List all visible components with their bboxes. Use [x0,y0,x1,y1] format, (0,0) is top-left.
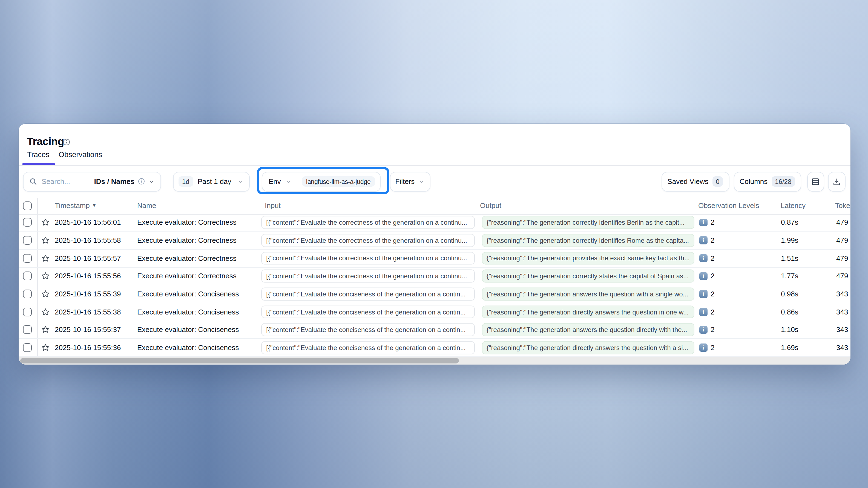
info-badge-icon: i [699,219,707,226]
row-timestamp: 2025-10-16 15:55:37 [55,326,121,334]
row-latency: 0.87s [781,219,799,227]
table-row[interactable]: 2025-10-16 15:56:01 Execute evaluator: C… [18,214,850,232]
horizontal-scrollbar-track[interactable] [18,357,850,364]
env-filter-button[interactable]: Env langfuse-llm-as-a-judge [261,172,380,191]
table-row[interactable]: 2025-10-16 15:55:39 Execute evaluator: C… [18,286,850,303]
desktop-background: Tracing Traces Observations Search... ID… [0,0,868,488]
row-input-preview[interactable]: [{"content":"Evaluate the correctness of… [261,252,475,265]
column-header-observation-levels[interactable]: Observation Levels [698,201,759,209]
row-latency: 1.77s [781,272,799,280]
info-badge-icon: i [699,344,707,352]
column-header-timestamp[interactable]: Timestamp ▼ [55,201,96,209]
search-scope-label: IDs / Names [94,177,134,186]
row-checkbox[interactable] [23,218,31,227]
column-header-output[interactable]: Output [480,201,501,209]
row-input-preview[interactable]: [{"content":"Evaluate the correctness of… [261,216,475,229]
env-filter-label: Env [269,177,281,186]
row-tokens: 343 → [836,344,850,352]
table-row[interactable]: 2025-10-16 15:55:58 Execute evaluator: C… [18,232,850,249]
active-tab-indicator [23,163,55,165]
saved-views-count: 0 [712,176,723,187]
row-checkbox[interactable] [23,307,31,316]
star-icon[interactable] [41,290,50,298]
tabs-divider [18,165,850,166]
title-info-icon[interactable] [63,138,70,145]
info-badge-icon: i [699,308,707,316]
row-name: Execute evaluator: Correctness [137,272,237,280]
info-icon [138,178,145,185]
row-input-preview[interactable]: [{"content":"Evaluate the correctness of… [261,269,475,283]
star-icon[interactable] [41,325,50,334]
row-output-preview[interactable]: {"reasoning":"The generation correctly i… [482,234,694,247]
env-filter-value[interactable]: langfuse-llm-as-a-judge [302,176,375,187]
row-tokens: 343 → [836,308,850,316]
row-output-preview[interactable]: {"reasoning":"The generation provides th… [482,252,694,265]
star-icon[interactable] [41,343,50,352]
chevron-down-icon [148,178,155,185]
chevron-down-icon [418,178,425,185]
row-output-preview[interactable]: {"reasoning":"The generation answers the… [482,288,694,300]
row-output-preview[interactable]: {"reasoning":"The generation directly an… [482,341,694,354]
column-header-latency[interactable]: Latency [781,201,806,209]
time-range-button[interactable]: 1d Past 1 day [173,172,249,191]
table-row[interactable]: 2025-10-16 15:55:56 Execute evaluator: C… [18,267,850,285]
search-placeholder: Search... [42,177,70,186]
search-scope-selector[interactable]: IDs / Names [94,177,155,186]
star-icon[interactable] [41,236,50,245]
table-row[interactable]: 2025-10-16 15:55:57 Execute evaluator: C… [18,250,850,267]
saved-views-button[interactable]: Saved Views 0 [661,172,729,191]
row-tokens: 479 → [836,236,850,245]
column-header-tokens[interactable]: Tokens [835,201,850,209]
columns-button[interactable]: Columns 16/28 [734,172,801,191]
info-badge-icon: i [699,236,707,245]
filters-button[interactable]: Filters [390,172,430,191]
row-checkbox[interactable] [23,254,31,262]
star-icon[interactable] [41,218,50,227]
column-header-timestamp-label: Timestamp [55,201,90,209]
row-observation-levels: i 2 [699,254,714,262]
row-checkbox[interactable] [23,236,31,245]
table-row[interactable]: 2025-10-16 15:55:38 Execute evaluator: C… [18,303,850,321]
info-badge-icon: i [699,290,707,298]
row-output-preview[interactable]: {"reasoning":"The generation answers the… [482,323,694,336]
row-tokens: 479 → [836,254,850,262]
row-height-button[interactable] [807,172,824,191]
row-input-preview[interactable]: [{"content":"Evaluate the conciseness of… [261,305,475,318]
download-icon [832,177,841,186]
row-observation-levels: i 2 [699,272,714,280]
horizontal-scrollbar-thumb[interactable] [20,358,459,363]
row-input-preview[interactable]: [{"content":"Evaluate the correctness of… [261,234,475,247]
row-output-preview[interactable]: {"reasoning":"The generation directly an… [482,305,694,318]
row-input-preview[interactable]: [{"content":"Evaluate the conciseness of… [261,288,475,300]
row-observation-levels: i 2 [699,344,714,352]
row-observation-levels: i 2 [699,236,714,245]
star-icon[interactable] [41,254,50,262]
tracing-panel: Tracing Traces Observations Search... ID… [18,124,850,364]
row-checkbox[interactable] [23,325,31,334]
select-all-checkbox[interactable] [23,201,31,210]
column-header-input[interactable]: Input [265,201,281,209]
row-output-preview[interactable]: {"reasoning":"The generation correctly i… [482,216,694,229]
row-checkbox[interactable] [23,290,31,298]
table-row[interactable]: 2025-10-16 15:55:37 Execute evaluator: C… [18,321,850,339]
observation-count: 2 [711,236,714,245]
row-output-preview[interactable]: {"reasoning":"The generation correctly s… [482,269,694,283]
chevron-down-icon [285,178,292,185]
row-input-preview[interactable]: [{"content":"Evaluate the conciseness of… [261,341,475,354]
star-icon[interactable] [41,307,50,316]
column-header-name[interactable]: Name [137,201,156,209]
table-row[interactable]: 2025-10-16 15:55:36 Execute evaluator: C… [18,339,850,357]
row-observation-levels: i 2 [699,308,714,316]
row-name: Execute evaluator: Correctness [137,254,237,262]
export-button[interactable] [828,172,845,191]
row-name: Execute evaluator: Conciseness [137,308,239,316]
row-timestamp: 2025-10-16 15:55:58 [55,236,121,245]
star-icon[interactable] [41,272,50,281]
tab-observations[interactable]: Observations [59,150,102,159]
columns-label: Columns [740,177,768,186]
row-checkbox[interactable] [23,272,31,281]
search-input[interactable]: Search... IDs / Names [23,172,161,191]
row-input-preview[interactable]: [{"content":"Evaluate the conciseness of… [261,323,475,336]
tab-traces[interactable]: Traces [27,150,50,159]
row-checkbox[interactable] [23,343,31,352]
